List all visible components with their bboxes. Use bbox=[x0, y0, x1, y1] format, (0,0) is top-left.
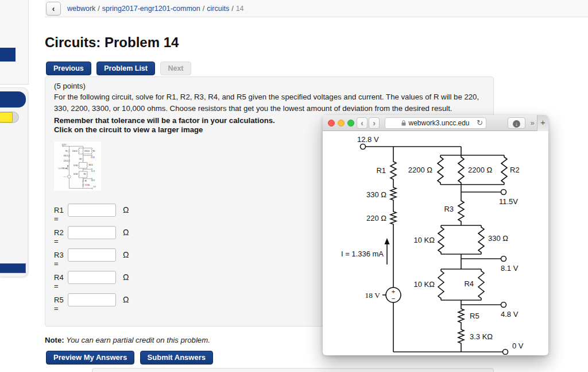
previous-button[interactable]: Previous bbox=[46, 62, 91, 75]
sidebar-panel-main bbox=[0, 87, 28, 277]
problem-list-button[interactable]: Problem List bbox=[96, 62, 155, 75]
r2-unit: Ω bbox=[123, 228, 129, 237]
r4-input[interactable] bbox=[68, 271, 116, 284]
points-label: (5 points) bbox=[54, 82, 86, 90]
label-current: I = 1.336 mA bbox=[341, 250, 384, 258]
resistor-2200-a bbox=[438, 155, 443, 185]
label-0v: 0 V bbox=[512, 342, 524, 350]
preview-answers-button[interactable]: Preview My Answers bbox=[46, 351, 134, 365]
submit-answers-button[interactable]: Submit Answers bbox=[140, 351, 213, 365]
minimize-window-button[interactable] bbox=[338, 120, 345, 126]
label-2200-right: 2200 Ω bbox=[468, 166, 493, 174]
action-buttons: Preview My Answers Submit Answers bbox=[46, 351, 216, 365]
breadcrumb: webwork/spring2017-engr1201-common/circu… bbox=[67, 5, 244, 13]
circuit-popup-window: ‹ › webwork3.uncc.edu ↻ ↓ » + bbox=[323, 115, 548, 355]
resistor-10k-lower bbox=[438, 269, 444, 300]
breadcrumb-separator: / bbox=[200, 5, 207, 13]
r2-label: R2 = bbox=[54, 228, 64, 246]
source-minus-sign: − bbox=[392, 295, 395, 302]
r5-input[interactable] bbox=[68, 293, 116, 306]
next-button[interactable]: Next bbox=[160, 62, 191, 75]
label-r3: R3 bbox=[444, 205, 454, 213]
address-bar[interactable]: webwork3.uncc.edu ↻ bbox=[385, 117, 486, 129]
circuit-image: + − 12.8 V R1 330 Ω 220 Ω I = 1.336 mA 1… bbox=[323, 131, 548, 355]
resistor-33k bbox=[458, 328, 464, 345]
sidebar-panel-top bbox=[0, 0, 29, 85]
r3-input[interactable] bbox=[68, 248, 116, 262]
terminal-11-5v bbox=[501, 190, 506, 195]
label-10k-upper: 10 KΩ bbox=[414, 236, 435, 244]
partial-credit-note: Note: You can earn partial credit on thi… bbox=[45, 336, 210, 344]
breadcrumb-separator: / bbox=[229, 5, 235, 13]
back-button[interactable]: ‹ bbox=[46, 2, 61, 16]
problem-nav: Previous Problem List Next bbox=[46, 62, 194, 75]
sidebar-progress-track bbox=[0, 112, 19, 123]
download-button[interactable]: ↓ bbox=[508, 117, 525, 129]
zoom-window-button[interactable] bbox=[347, 120, 354, 126]
label-11-5v: 11.5V bbox=[499, 197, 518, 206]
r3-label: R3 = bbox=[54, 251, 64, 268]
breadcrumb-link-circuits[interactable]: circuits bbox=[207, 5, 229, 13]
url-text: webwork3.uncc.edu bbox=[408, 119, 469, 127]
sidebar-blue-bar-fragment[interactable] bbox=[0, 263, 26, 273]
resistor-r1 bbox=[390, 160, 396, 181]
resistor-330-right bbox=[478, 225, 484, 254]
label-10k-lower: 10 KΩ bbox=[414, 280, 435, 289]
close-window-button[interactable] bbox=[328, 120, 335, 126]
terminal-12-8v bbox=[361, 144, 366, 149]
label-330-left: 330 Ω bbox=[366, 190, 386, 199]
resistor-2200-b bbox=[458, 155, 464, 185]
breadcrumb-link-course[interactable]: spring2017-engr1201-common bbox=[102, 5, 200, 13]
lock-icon bbox=[401, 118, 406, 129]
r1-input[interactable] bbox=[68, 204, 116, 217]
label-220-left: 220 Ω bbox=[366, 214, 386, 223]
breadcrumb-link-webwork[interactable]: webwork bbox=[67, 5, 95, 13]
label-top-voltage: 12.8 V bbox=[357, 135, 379, 144]
label-r4: R4 bbox=[464, 279, 474, 288]
label-r5: R5 bbox=[470, 312, 479, 320]
r5-label: R5 = bbox=[54, 296, 64, 313]
more-toolbar-icon[interactable]: » bbox=[528, 117, 537, 129]
popup-titlebar[interactable]: ‹ › webwork3.uncc.edu ↻ ↓ » + bbox=[323, 115, 548, 131]
resistor-r3 bbox=[458, 199, 464, 223]
terminal-0v bbox=[503, 350, 508, 355]
label-r1: R1 bbox=[376, 166, 386, 175]
resistor-220-left bbox=[390, 210, 396, 226]
r5-unit: Ω bbox=[123, 295, 129, 304]
source-plus-sign: + bbox=[392, 288, 395, 295]
resistor-10k-upper bbox=[438, 225, 444, 254]
note-text: You can earn partial credit on this prob… bbox=[64, 336, 210, 344]
terminal-8-1v bbox=[501, 256, 506, 262]
r3-unit: Ω bbox=[123, 250, 129, 259]
label-33k: 3.3 KΩ bbox=[470, 332, 493, 341]
reload-icon[interactable]: ↻ bbox=[477, 118, 483, 128]
breadcrumb-bar: ‹ webwork/spring2017-engr1201-common/cir… bbox=[45, 0, 588, 17]
sidebar-progress-yellow bbox=[0, 112, 13, 122]
terminal-4-8v bbox=[501, 302, 506, 308]
problem-text: For the following circuit, solve for R1,… bbox=[54, 93, 479, 113]
email-panel-fragment bbox=[92, 368, 494, 372]
browser-forward-button[interactable]: › bbox=[369, 117, 380, 129]
sidebar-blue-pill-fragment[interactable] bbox=[0, 91, 26, 108]
browser-back-button[interactable]: ‹ bbox=[357, 117, 368, 129]
label-4-8v: 4.8 V bbox=[501, 310, 519, 319]
r4-unit: Ω bbox=[123, 273, 129, 282]
r2-input[interactable] bbox=[68, 226, 116, 239]
label-2200-left: 2200 Ω bbox=[408, 166, 433, 174]
sidebar-blue-button-fragment[interactable] bbox=[0, 48, 16, 62]
note-prefix: Note: bbox=[45, 336, 64, 344]
click-instruction: Click on the circuit to view a larger im… bbox=[54, 125, 203, 134]
r4-label: R4 = bbox=[54, 273, 64, 290]
circuit-thumbnail-svg bbox=[54, 141, 101, 191]
breadcrumb-separator: / bbox=[95, 5, 102, 13]
page-title: Circuits: Problem 14 bbox=[45, 34, 179, 51]
label-8-1v: 8.1 V bbox=[501, 264, 519, 273]
label-330-right: 330 Ω bbox=[488, 234, 508, 243]
label-source: 18 V bbox=[365, 291, 381, 300]
webwork-page: ‹ webwork/spring2017-engr1201-common/cir… bbox=[0, 0, 588, 372]
resistor-330-left bbox=[390, 186, 396, 202]
circuit-diagram-svg: + − 12.8 V R1 330 Ω 220 Ω I = 1.336 mA 1… bbox=[323, 131, 548, 355]
label-r2: R2 bbox=[510, 166, 520, 174]
breadcrumb-current: 14 bbox=[236, 5, 244, 13]
circuit-thumbnail[interactable] bbox=[54, 141, 101, 191]
